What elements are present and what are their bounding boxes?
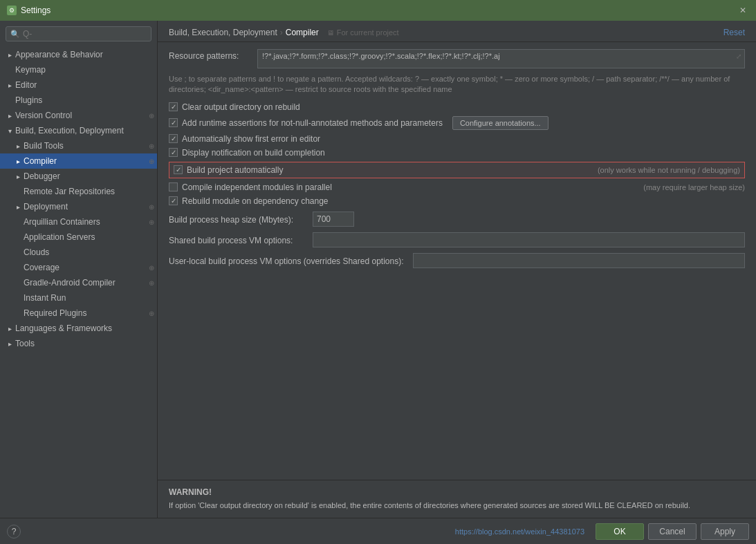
- content-body: Resource patterns: !?*.java;!?*.form;!?*…: [158, 42, 756, 480]
- compile-parallel-checkbox[interactable]: [169, 182, 178, 191]
- dialog: 🔍 Appearance & Behavior Keymap Editor Pl…: [0, 21, 756, 544]
- arrow-right-icon: [14, 158, 22, 165]
- sidebar-item-label: Debugger: [24, 171, 60, 181]
- compile-parallel-note: (may require larger heap size): [643, 183, 745, 191]
- app-icon: ⚙: [7, 6, 17, 15]
- close-icon[interactable]: ✕: [739, 6, 749, 15]
- resource-patterns-value: !?*.java;!?*.form;!?*.class;!?*.groovy;!…: [262, 52, 500, 60]
- configure-annotations-button[interactable]: Configure annotations...: [452, 116, 548, 130]
- build-auto-label: Build project automatically: [187, 165, 283, 175]
- build-auto-note: (only works while not running / debuggin…: [598, 166, 740, 174]
- copy-icon: ⊕: [149, 112, 154, 120]
- sidebar-item-label: Build, Execution, Deployment: [15, 126, 124, 135]
- sidebar-item-build-execution[interactable]: Build, Execution, Deployment: [0, 123, 157, 138]
- sidebar-item-label: Clouds: [24, 247, 49, 257]
- sidebar-item-deployment[interactable]: Deployment ⊕: [0, 199, 157, 214]
- sidebar-item-languages[interactable]: Languages & Frameworks: [0, 321, 157, 336]
- sidebar-item-label: Arquillian Containers: [24, 217, 100, 227]
- content-panel: Build, Execution, Deployment › Compiler …: [158, 21, 756, 518]
- sidebar-item-label: Coverage: [24, 263, 59, 272]
- arrow-right-icon: [14, 173, 22, 180]
- build-auto-checkbox[interactable]: [174, 165, 183, 174]
- sidebar-item-plugins[interactable]: Plugins: [0, 93, 157, 108]
- title-bar: ⚙ Settings ✕: [0, 0, 756, 21]
- arrow-right-icon: [6, 340, 14, 348]
- hint-text: Use ; to separate patterns and ! to nega…: [169, 74, 745, 95]
- sidebar-item-label: Gradle-Android Compiler: [24, 278, 116, 288]
- sidebar-item-label: Remote Jar Repositories: [24, 187, 115, 196]
- build-auto-row: Build project automatically (only works …: [169, 162, 745, 178]
- title-bar-title: Settings: [21, 6, 50, 15]
- resource-patterns-input[interactable]: !?*.java;!?*.form;!?*.class;!?*.groovy;!…: [257, 49, 745, 68]
- sidebar-item-debugger[interactable]: Debugger: [0, 169, 157, 184]
- rebuild-module-checkbox[interactable]: [169, 196, 178, 205]
- sidebar-item-editor[interactable]: Editor: [0, 77, 157, 93]
- shared-vm-label: Shared build process VM options:: [169, 234, 307, 245]
- add-runtime-checkbox[interactable]: [169, 118, 178, 127]
- show-first-error-row: Automatically show first error in editor: [169, 134, 745, 144]
- clear-output-checkbox[interactable]: [169, 102, 178, 111]
- search-box[interactable]: 🔍: [6, 26, 151, 41]
- display-notification-label: Display notification on build completion: [182, 148, 325, 158]
- resource-patterns-label: Resource patterns:: [169, 49, 252, 61]
- add-runtime-label: Add runtime assertions for not-null-anno…: [182, 118, 443, 128]
- sidebar-item-app-servers[interactable]: Application Servers: [0, 229, 157, 245]
- heap-size-input[interactable]: [313, 212, 354, 227]
- sidebar-item-tools[interactable]: Tools: [0, 336, 157, 351]
- sidebar-item-build-tools[interactable]: Build Tools ⊕: [0, 138, 157, 153]
- cancel-button[interactable]: Cancel: [648, 523, 697, 540]
- sidebar-item-keymap[interactable]: Keymap: [0, 62, 157, 77]
- add-runtime-row: Add runtime assertions for not-null-anno…: [169, 116, 745, 130]
- copy-icon: ⊕: [149, 218, 154, 226]
- search-input[interactable]: [23, 29, 147, 39]
- title-bar-left: ⚙ Settings: [7, 6, 50, 15]
- sidebar-item-label: Plugins: [15, 95, 42, 105]
- display-notification-row: Display notification on build completion: [169, 148, 745, 158]
- show-first-error-checkbox[interactable]: [169, 134, 178, 143]
- user-vm-input[interactable]: [413, 253, 745, 268]
- copy-icon: ⊕: [149, 310, 154, 317]
- sidebar-item-compiler[interactable]: Compiler ⊕: [0, 153, 157, 169]
- footer-url: https://blog.csdn.net/weixin_44381073: [455, 527, 584, 536]
- arrow-right-icon: [14, 142, 22, 150]
- sidebar-item-remote-jar[interactable]: Remote Jar Repositories: [0, 184, 157, 199]
- sidebar-item-label: Instant Run: [24, 293, 66, 303]
- display-notification-checkbox[interactable]: [169, 148, 178, 157]
- sidebar-item-label: Compiler: [24, 156, 57, 166]
- heap-size-label: Build process heap size (Mbytes):: [169, 213, 307, 225]
- ok-button[interactable]: OK: [596, 523, 644, 540]
- sidebar-item-instant-run[interactable]: Instant Run: [0, 290, 157, 306]
- project-tab-label: For current project: [337, 28, 399, 37]
- help-button[interactable]: ?: [7, 525, 21, 538]
- sidebar-item-coverage[interactable]: Coverage ⊕: [0, 260, 157, 275]
- sidebar-item-label: Appearance & Behavior: [15, 50, 103, 59]
- warning-text: If option 'Clear output directory on reb…: [169, 500, 745, 512]
- copy-icon: ⊕: [149, 264, 154, 272]
- breadcrumb-arrow: ›: [280, 28, 283, 37]
- sidebar-item-clouds[interactable]: Clouds: [0, 245, 157, 260]
- sidebar-item-label: Version Control: [15, 111, 72, 120]
- reset-button[interactable]: Reset: [723, 28, 745, 37]
- expand-icon: ⤢: [736, 53, 741, 60]
- sidebar-item-label: Deployment: [24, 202, 68, 212]
- heap-size-row: Build process heap size (Mbytes):: [169, 212, 745, 227]
- dialog-body: 🔍 Appearance & Behavior Keymap Editor Pl…: [0, 21, 756, 518]
- search-icon: 🔍: [10, 30, 20, 39]
- sidebar-item-gradle-android[interactable]: Gradle-Android Compiler ⊕: [0, 275, 157, 290]
- shared-vm-input[interactable]: [313, 232, 745, 247]
- sidebar-item-appearance[interactable]: Appearance & Behavior: [0, 47, 157, 62]
- sidebar-item-label: Editor: [15, 80, 37, 90]
- show-first-error-label: Automatically show first error in editor: [182, 134, 320, 144]
- breadcrumb: Build, Execution, Deployment › Compiler: [169, 28, 319, 37]
- copy-icon: ⊕: [149, 279, 154, 287]
- compile-parallel-row: Compile independent modules in parallel …: [169, 182, 745, 192]
- sidebar-item-arquillian[interactable]: Arquillian Containers ⊕: [0, 214, 157, 229]
- sidebar-item-version-control[interactable]: Version Control ⊕: [0, 108, 157, 123]
- sidebar-item-required-plugins[interactable]: Required Plugins ⊕: [0, 306, 157, 321]
- rebuild-module-label: Rebuild module on dependency change: [182, 196, 329, 206]
- clear-output-row: Clear output directory on rebuild: [169, 102, 745, 112]
- rebuild-module-row: Rebuild module on dependency change: [169, 196, 745, 206]
- warning-title: WARNING!: [169, 487, 745, 497]
- apply-button[interactable]: Apply: [701, 523, 749, 540]
- resource-patterns-field: !?*.java;!?*.form;!?*.class;!?*.groovy;!…: [257, 49, 745, 68]
